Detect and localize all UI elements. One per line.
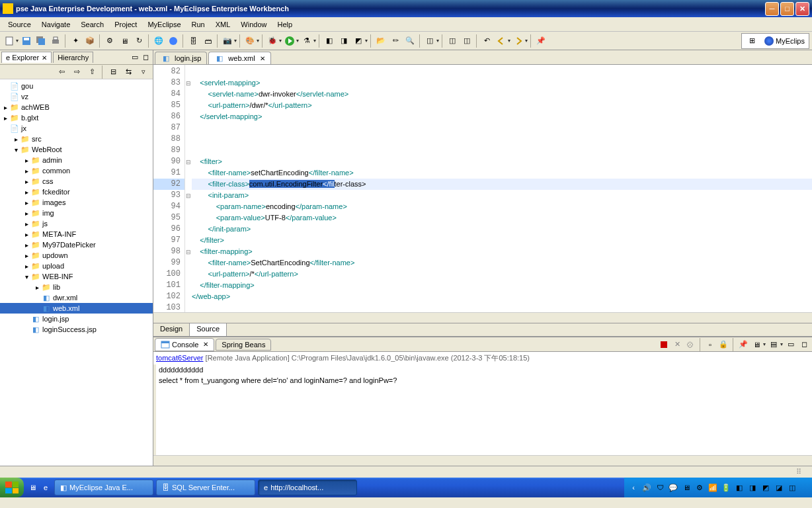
refresh-icon[interactable]: ↻: [132, 34, 145, 48]
tree-item-admin[interactable]: ▸admin: [0, 155, 153, 165]
terminate-icon[interactable]: [659, 339, 669, 350]
tool1-icon[interactable]: ◧: [323, 34, 336, 48]
menu-window[interactable]: Window: [235, 19, 272, 30]
tree-expander-icon[interactable]: ▸: [22, 189, 30, 196]
menu-xml[interactable]: XML: [210, 19, 236, 30]
tree-item-lib[interactable]: ▸lib: [0, 282, 153, 292]
code-line[interactable]: </init-param>: [192, 224, 812, 235]
fwd-nav-icon[interactable]: ⇨: [70, 65, 83, 79]
code-line[interactable]: <servlet-name>dwr-invoker</servlet-name>: [192, 89, 812, 100]
open-perspective-icon[interactable]: ⊞: [746, 34, 759, 48]
debug-icon[interactable]: 🐞: [266, 34, 279, 48]
tree-item-dwr-xml[interactable]: dwr.xml: [0, 292, 153, 303]
taskbar-sqlserver[interactable]: 🗄 SQL Server Enter...: [156, 480, 255, 495]
code-line[interactable]: <filter-name>setChartEncoding</filter-na…: [192, 167, 812, 179]
nav3-icon[interactable]: ◫: [460, 34, 473, 48]
code-editor[interactable]: 8283848586878889909192939495969798991001…: [153, 65, 812, 312]
code-line[interactable]: </filter-mapping>: [192, 280, 812, 291]
tree-item-web-inf[interactable]: ▾WEB-INF: [0, 271, 153, 282]
tree-item-css[interactable]: ▸css: [0, 176, 153, 187]
up-nav-icon[interactable]: ⇧: [85, 65, 99, 79]
tree-item-web-xml[interactable]: web.xml: [0, 303, 153, 314]
menu-myeclipse[interactable]: MyEclipse: [142, 19, 186, 30]
minimize-view-icon[interactable]: ▭: [130, 53, 140, 62]
search-icon[interactable]: 🔍: [403, 34, 417, 48]
db-icon[interactable]: 🗄: [186, 34, 200, 48]
clear-console-icon[interactable]: ▫: [705, 339, 715, 350]
save-icon[interactable]: [20, 34, 33, 48]
tree-item-gou[interactable]: gou: [0, 81, 153, 91]
code-line[interactable]: </filter>: [192, 235, 812, 246]
code-line[interactable]: </web-app>: [192, 291, 812, 302]
tree-item-achweb[interactable]: ▸achWEB: [0, 102, 153, 112]
server-icon[interactable]: 🖥: [118, 34, 131, 48]
tree-item-common[interactable]: ▸common: [0, 165, 153, 176]
code-line[interactable]: <url-pattern>/dwr/*</url-pattern>: [192, 100, 812, 111]
close-explorer-tab-icon[interactable]: ✕: [42, 54, 47, 62]
pin-console-icon[interactable]: 📌: [738, 339, 749, 350]
nav1-icon[interactable]: ◫: [423, 34, 436, 48]
view-menu-icon[interactable]: ▿: [137, 65, 150, 79]
tree-expander-icon[interactable]: ▸: [22, 231, 30, 238]
tree-expander-icon[interactable]: ▸: [33, 284, 41, 291]
close-console-tab-icon[interactable]: ✕: [203, 341, 208, 348]
tree-item-fckeditor[interactable]: ▸fckeditor: [0, 187, 153, 197]
tree-expander-icon[interactable]: ▾: [22, 273, 30, 280]
tree-expander-icon[interactable]: ▸: [1, 114, 9, 122]
folder-open-icon[interactable]: 📂: [374, 34, 387, 48]
code-line[interactable]: <param-name>encoding</param-name>: [192, 201, 812, 212]
project-wizard-icon[interactable]: ✦: [69, 34, 82, 48]
console-tab[interactable]: Console ✕: [155, 338, 214, 351]
fold-column[interactable]: ⊟⊟⊟⊟: [185, 65, 192, 312]
tree-expander-icon[interactable]: ▸: [22, 263, 30, 270]
spring-beans-tab[interactable]: Spring Beans: [216, 339, 271, 351]
menu-run[interactable]: Run: [186, 19, 210, 30]
open-console-icon[interactable]: ▤: [768, 339, 779, 350]
max-console-icon[interactable]: ◻: [799, 339, 809, 350]
tray-icon-6[interactable]: 📶: [708, 482, 718, 493]
tree-expander-icon[interactable]: ▸: [22, 252, 30, 259]
tree-expander-icon[interactable]: ▸: [22, 157, 30, 164]
hierarchy-tab[interactable]: Hierarchy: [53, 52, 93, 63]
link-editor-icon[interactable]: ⇆: [122, 65, 135, 79]
taskbar-browser[interactable]: e http://localhost...: [258, 480, 357, 495]
tree-item-meta-inf[interactable]: ▸META-INF: [0, 229, 153, 239]
tree-expander-icon[interactable]: ▸: [1, 104, 9, 111]
code-line[interactable]: <filter-name>SetChartEncoding</filter-na…: [192, 257, 812, 269]
deploy-icon[interactable]: ⚙: [103, 34, 116, 48]
code-line[interactable]: <filter-class>com.util.EncodingFilter</f…: [192, 179, 812, 190]
nav2-icon[interactable]: ◫: [446, 34, 459, 48]
tool3-icon[interactable]: ◩: [352, 34, 365, 48]
tray-icon-9[interactable]: ◨: [747, 482, 758, 493]
tree-expander-icon[interactable]: ▸: [22, 210, 30, 217]
tree-item-img[interactable]: ▸img: [0, 208, 153, 218]
ie-quicklaunch-icon[interactable]: e: [40, 482, 52, 493]
project-tree[interactable]: gouvz▸achWEB▸b.glxtjx▸src▾WebRoot▸admin▸…: [0, 79, 153, 466]
db2-icon[interactable]: 🗃: [201, 34, 214, 48]
tree-item-webroot[interactable]: ▾WebRoot: [0, 144, 153, 155]
tree-item-updown[interactable]: ▸updown: [0, 250, 153, 261]
code-line[interactable]: [192, 145, 812, 156]
pin-icon[interactable]: 📌: [534, 34, 548, 48]
source-tab[interactable]: Source: [190, 323, 227, 336]
tree-expander-icon[interactable]: ▸: [12, 136, 20, 143]
min-console-icon[interactable]: ▭: [786, 339, 796, 350]
prev-icon[interactable]: ↶: [480, 34, 493, 48]
maximize-button[interactable]: □: [780, 2, 794, 16]
tree-expander-icon[interactable]: ▸: [22, 199, 30, 206]
taskbar-myeclipse[interactable]: ◧ MyEclipse Java E...: [54, 480, 153, 495]
fold-marker-icon[interactable]: ⊟: [185, 77, 192, 89]
new-icon[interactable]: [3, 34, 16, 48]
tree-expander-icon[interactable]: ▾: [12, 146, 20, 153]
code-content[interactable]: <servlet-mapping> <servlet-name>dwr-invo…: [192, 65, 812, 312]
tree-expander-icon[interactable]: ▸: [22, 241, 30, 249]
tray-icon-3[interactable]: 💬: [668, 482, 678, 493]
code-line[interactable]: <init-param>: [192, 190, 812, 201]
run-config-icon[interactable]: ⚗: [300, 34, 313, 48]
tray-collapse-icon[interactable]: ‹: [628, 482, 639, 493]
code-line[interactable]: [192, 122, 812, 134]
remove-all-icon[interactable]: ⛒: [685, 339, 696, 350]
camera-icon[interactable]: 📷: [221, 34, 234, 48]
code-line[interactable]: <servlet-mapping>: [192, 77, 812, 89]
tree-expander-icon[interactable]: ▸: [22, 178, 30, 185]
